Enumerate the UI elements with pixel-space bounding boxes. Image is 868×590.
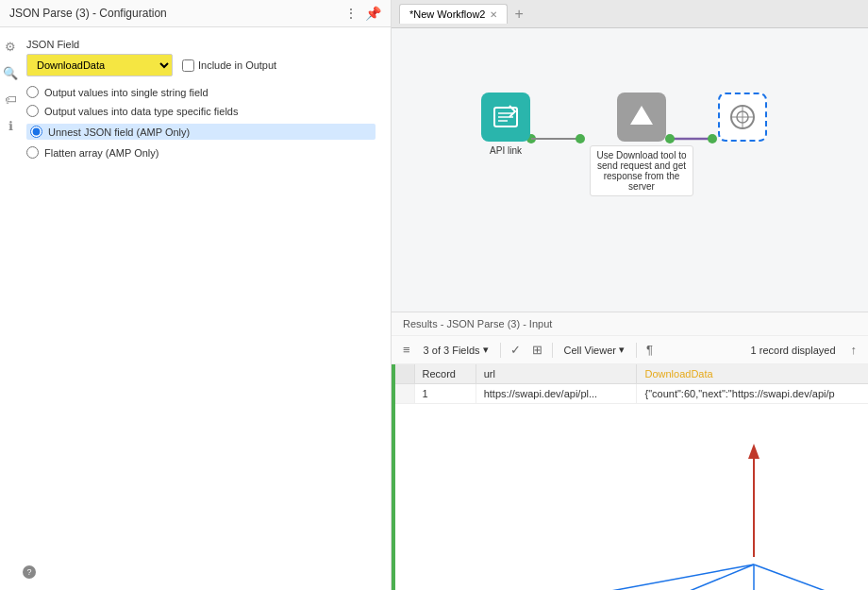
node-download[interactable]: Use Download tool to send request and ge… [590,93,693,196]
results-table-wrapper: Record url DownloadData 1 [392,364,868,590]
up-arrow-icon[interactable]: ↑ [849,341,860,359]
settings-icon[interactable]: ⚙ [2,38,19,55]
radio-data-type[interactable]: Output values into data type specific fi… [26,105,376,117]
json-field-dropdown[interactable]: DownloadData [26,54,173,76]
svg-line-20 [754,565,848,590]
download-icon [617,93,666,142]
json-field-label: JSON Field [26,39,376,50]
search-icon[interactable]: 🔍 [2,64,19,81]
download-label: Use Download tool to send request and ge… [590,145,693,196]
radio-group: Output values into single string field O… [26,86,376,159]
right-panel: *New Workflow2 ✕ + [392,0,868,590]
chevron-down-icon: ▾ [483,344,489,356]
dropdown-row: DownloadData Include in Output [26,54,376,76]
url-col-header: url [476,364,637,384]
cell-viewer-item[interactable]: Cell Viewer ▾ [560,342,628,358]
panel-header: JSON Parse (3) - Configuration ⋮ 📌 [0,0,391,27]
paragraph-icon[interactable]: ¶ [644,341,655,359]
record-col-header: Record [414,364,476,384]
annotation-svg: count next previous result Orange Text: … [395,425,868,590]
results-table: Record url DownloadData 1 [395,364,868,404]
tag-icon[interactable]: 🏷 [2,91,19,108]
workflow-canvas: API link Use Download tool to send reque… [392,28,868,312]
svg-marker-10 [630,106,653,125]
header-icons: ⋮ 📌 [344,6,381,21]
json-parse-icon [718,93,767,142]
separator-3 [636,343,637,358]
include-output-checkbox[interactable] [182,59,194,72]
download-col-header: DownloadData [637,364,868,384]
tab-close-icon[interactable]: ✕ [490,9,497,20]
svg-point-2 [576,134,585,143]
check-icon[interactable]: ✓ [509,341,523,359]
svg-point-5 [708,134,717,143]
left-panel: JSON Parse (3) - Configuration ⋮ 📌 ⚙ 🔍 🏷… [0,0,392,590]
separator-1 [500,343,501,358]
fields-count-item[interactable]: 3 of 3 Fields ▾ [420,342,492,358]
row-select[interactable] [395,384,414,404]
select-col-header [395,364,414,384]
svg-line-18 [669,565,754,590]
viewer-chevron: ▾ [619,344,625,356]
table-icon[interactable]: ⊞ [530,341,544,359]
tab-bar: *New Workflow2 ✕ + [392,0,868,28]
radio-flatten[interactable]: Flatten array (AMP Only) [26,146,376,159]
green-strip [392,364,395,590]
svg-line-17 [565,565,754,590]
panel-content: JSON Field DownloadData Include in Outpu… [0,27,391,590]
download-cell: {"count":60,"next":"https://swapi.dev/ap… [637,384,868,404]
api-link-label: API link [490,145,522,156]
more-icon[interactable]: ⋮ [344,6,358,21]
help-icon[interactable]: ? [23,565,36,579]
results-header: Results - JSON Parse (3) - Input [392,312,868,336]
radio-single-string[interactable]: Output values into single string field [26,86,376,98]
menu-icon[interactable]: ≡ [401,341,412,359]
tab-new-workflow2[interactable]: *New Workflow2 ✕ [399,4,508,24]
results-toolbar: ≡ 3 of 3 Fields ▾ ✓ ⊞ Cell Viewer ▾ ¶ 1 … [392,336,868,364]
info-icon[interactable]: ℹ [2,117,19,134]
sidebar-icons: ⚙ 🔍 🏷 ℹ [0,28,21,134]
separator-2 [552,343,553,358]
results-panel: Results - JSON Parse (3) - Input ≡ 3 of … [392,312,868,590]
pin-icon[interactable]: 📌 [365,6,381,21]
add-tab-button[interactable]: + [509,6,529,23]
record-count: 1 record displayed [751,345,836,356]
node-json-parse[interactable] [718,93,767,142]
radio-unnest[interactable]: Unnest JSON field (AMP Only) [26,124,376,140]
url-cell: https://swapi.dev/api/pl... [476,384,637,404]
svg-marker-16 [748,444,760,459]
include-output-label[interactable]: Include in Output [182,59,276,72]
record-cell: 1 [414,384,476,404]
panel-title: JSON Parse (3) - Configuration [9,7,167,20]
api-link-icon [481,93,530,142]
node-api-link[interactable]: API link [481,93,530,156]
table-row: 1 https://swapi.dev/api/pl... {"count":6… [395,384,868,404]
